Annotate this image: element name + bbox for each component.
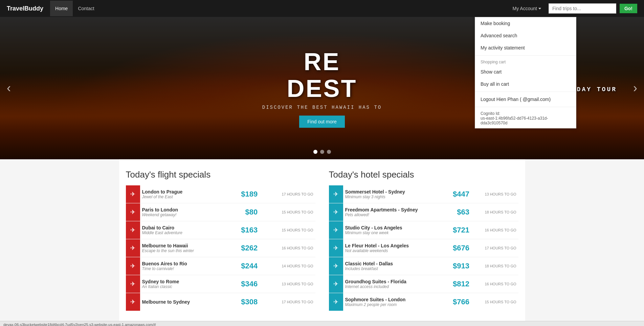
hero-dot-3[interactable]: [327, 150, 331, 154]
plane-icon: ✈: [130, 226, 135, 234]
page-url: devax-06-s3bucketwebsite18d4bcd4-7ud5y2i…: [3, 323, 156, 326]
hotel-row[interactable]: ✈ Classic Hotel - Dallas Includes breakf…: [329, 257, 518, 275]
hotel-subtitle: Includes breakfast: [345, 266, 442, 271]
dropdown-divider-2: [475, 91, 576, 92]
hotel-row[interactable]: ✈ Freedmom Apartments - Sydney Pets allo…: [329, 203, 518, 221]
flight-route: Dubai to Cairo: [142, 225, 225, 230]
hotel-plane-icon: ✈: [333, 208, 338, 216]
hotel-price: $721: [444, 221, 471, 239]
flight-price: $262: [227, 239, 260, 257]
hotel-name: Groundhog Suites - Florida: [345, 279, 442, 284]
hotel-hours: 13 HOURS TO GO: [471, 185, 518, 203]
flight-price: $346: [227, 275, 260, 293]
flight-hours: 16 HOURS TO GO: [260, 239, 315, 257]
hotel-icon-box: ✈: [329, 185, 343, 203]
flight-icon-cell: ✈: [126, 203, 140, 221]
hotel-name: Sommerset Hotel - Sydney: [345, 189, 442, 195]
brand-logo[interactable]: TravelBuddy: [7, 5, 43, 12]
flight-row[interactable]: ✈ Melbourne to Sydney $308 17 HOURS TO G…: [126, 293, 315, 311]
plane-icon: ✈: [130, 244, 135, 252]
hotel-price: $913: [444, 257, 471, 275]
hotel-icon-box: ✈: [329, 203, 343, 221]
dropdown-caret-icon: [538, 8, 541, 9]
hotel-icon-cell: ✈: [329, 203, 343, 221]
hotel-subtitle: Maximum 2 people per room: [345, 302, 442, 307]
flight-route: Melbourne to Hawaii: [142, 243, 225, 248]
flight-route: London to Prague: [142, 189, 225, 195]
hotel-icon-cell: ✈: [329, 275, 343, 293]
hero-title-line1: RE: [262, 48, 382, 75]
flight-icon-box: ✈: [126, 203, 140, 221]
plane-icon: ✈: [130, 280, 135, 288]
flight-info: Melbourne to Sydney: [140, 293, 227, 311]
flight-icon-box: ✈: [126, 257, 140, 275]
flight-row[interactable]: ✈ Melbourne to Hawaii Escape to the sun …: [126, 239, 315, 257]
flight-icon-box: ✈: [126, 275, 140, 293]
flight-icon-cell: ✈: [126, 221, 140, 239]
hotel-hours: 16 HOURS TO GO: [471, 275, 518, 293]
hotel-row[interactable]: ✈ Le Fleur Hotel - Los Angeles Not avail…: [329, 239, 518, 257]
hotel-info: Groundhog Suites - Florida Internet acce…: [343, 275, 444, 293]
my-account-button[interactable]: My Account: [509, 3, 545, 14]
my-account-label: My Account: [513, 6, 537, 11]
flight-icon-cell: ✈: [126, 239, 140, 257]
flight-icon-cell: ✈: [126, 293, 140, 311]
search-input[interactable]: [549, 3, 616, 14]
dropdown-divider-1: [475, 55, 576, 56]
hotel-hours: 18 HOURS TO GO: [471, 257, 518, 275]
hero-content: RE DEST DISCOVER THE BEST HAWAII HAS TO …: [262, 48, 382, 128]
nav-item-home[interactable]: Home: [50, 1, 73, 16]
flight-info: Dubai to Cairo Middle East adventure: [140, 221, 227, 239]
hotel-subtitle: Minimum stay 3 nights: [345, 195, 442, 199]
flight-icon-box: ✈: [126, 221, 140, 239]
hero-next-arrow[interactable]: ›: [633, 81, 637, 95]
flight-route: Melbourne to Sydney: [142, 299, 225, 305]
hotel-icon-box: ✈: [329, 293, 343, 311]
advanced-search-link[interactable]: Advanced search: [475, 29, 576, 42]
hotel-info: Le Fleur Hotel - Los Angeles Not availab…: [343, 239, 444, 257]
flight-info: Sydney to Rome An Italian classic: [140, 275, 227, 293]
plane-icon: ✈: [130, 208, 135, 216]
hotel-price: $676: [444, 239, 471, 257]
navbar: TravelBuddy Home Contact My Account Go! …: [0, 0, 644, 17]
hotel-hours: 18 HOURS TO GO: [471, 203, 518, 221]
flight-icon-box: ✈: [126, 185, 140, 203]
flight-row[interactable]: ✈ Buenos Aires to Rio Time to carnivale!…: [126, 257, 315, 275]
hero-dot-2[interactable]: [320, 150, 324, 154]
nav-item-contact[interactable]: Contact: [73, 1, 99, 16]
flight-subtitle: Jewel of the East: [142, 195, 225, 199]
hotel-info: Studio City - Los Angeles Minimum stay o…: [343, 221, 444, 239]
hero-dot-1[interactable]: [313, 150, 317, 154]
hotel-row[interactable]: ✈ Studio City - Los Angeles Minimum stay…: [329, 221, 518, 239]
hotel-price: $63: [444, 203, 471, 221]
hotel-name: Sophmore Suites - London: [345, 297, 442, 302]
hotel-plane-icon: ✈: [333, 280, 338, 288]
logout-link[interactable]: Logout Hien Phan ( @gmail.com): [475, 93, 576, 105]
find-out-more-button[interactable]: Find out more: [299, 116, 345, 128]
hotel-hours: 15 HOURS TO GO: [471, 293, 518, 311]
flight-subtitle: An Italian classic: [142, 284, 225, 289]
hotel-subtitle: Pets allowed!: [345, 212, 442, 217]
flight-row[interactable]: ✈ Paris to London Weekend getaway! $80 1…: [126, 203, 315, 221]
hotel-icon-box: ✈: [329, 275, 343, 293]
flight-icon-cell: ✈: [126, 257, 140, 275]
hotel-row[interactable]: ✈ Sommerset Hotel - Sydney Minimum stay …: [329, 185, 518, 203]
flight-row[interactable]: ✈ Sydney to Rome An Italian classic $346…: [126, 275, 315, 293]
flight-icon-box: ✈: [126, 293, 140, 311]
hero-prev-arrow[interactable]: ‹: [7, 81, 11, 95]
hotel-row[interactable]: ✈ Sophmore Suites - London Maximum 2 peo…: [329, 293, 518, 311]
hotel-specials-section: Today's hotel specials ✈ Sommerset Hotel…: [329, 169, 518, 311]
show-cart-link[interactable]: Show cart: [475, 66, 576, 78]
hero-carousel-dots: [313, 150, 331, 154]
flight-route: Paris to London: [142, 207, 225, 212]
make-booking-link[interactable]: Make booking: [475, 17, 576, 29]
flight-row[interactable]: ✈ Dubai to Cairo Middle East adventure $…: [126, 221, 315, 239]
go-button[interactable]: Go!: [620, 4, 637, 13]
flight-info: Melbourne to Hawaii Escape to the sun th…: [140, 239, 227, 257]
activity-statement-link[interactable]: My activity statement: [475, 42, 576, 54]
flight-row[interactable]: ✈ London to Prague Jewel of the East $18…: [126, 185, 315, 203]
buy-all-cart-link[interactable]: Buy all in cart: [475, 78, 576, 90]
hotel-row[interactable]: ✈ Groundhog Suites - Florida Internet ac…: [329, 275, 518, 293]
hotel-info: Sommerset Hotel - Sydney Minimum stay 3 …: [343, 185, 444, 203]
hotel-icon-cell: ✈: [329, 221, 343, 239]
